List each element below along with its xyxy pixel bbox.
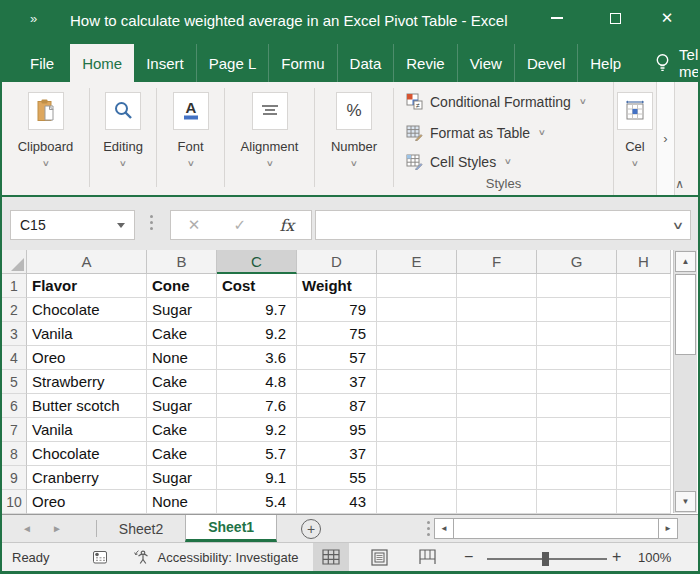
- cell-h2[interactable]: [617, 298, 671, 322]
- cell-f8[interactable]: [457, 442, 537, 466]
- zoom-in-button[interactable]: +: [612, 548, 621, 566]
- menu-tab-formu[interactable]: Formu: [268, 44, 336, 82]
- cell-g9[interactable]: [537, 466, 617, 490]
- cell-e5[interactable]: [377, 370, 457, 394]
- cell-a5[interactable]: Strawberry: [27, 370, 147, 394]
- cell-a1[interactable]: Flavor: [27, 274, 147, 298]
- cell-g10[interactable]: [537, 490, 617, 514]
- maximize-button[interactable]: [592, 0, 638, 36]
- cell-f5[interactable]: [457, 370, 537, 394]
- zoom-level-label[interactable]: 100%: [638, 550, 671, 565]
- column-header-a[interactable]: A: [27, 250, 147, 274]
- cell-c2[interactable]: 9.7: [217, 298, 297, 322]
- row-header-5[interactable]: 5: [2, 370, 27, 394]
- cell-e3[interactable]: [377, 322, 457, 346]
- cell-d2[interactable]: 79: [297, 298, 377, 322]
- cell-c1[interactable]: Cost: [217, 274, 297, 298]
- cell-f4[interactable]: [457, 346, 537, 370]
- row-header-6[interactable]: 6: [2, 394, 27, 418]
- vertical-scrollbar[interactable]: ▲ ▼: [673, 250, 697, 513]
- tab-bar-splitter-handle[interactable]: [427, 515, 430, 542]
- cell-g7[interactable]: [537, 418, 617, 442]
- column-header-g[interactable]: G: [537, 250, 617, 274]
- cell-b9[interactable]: Sugar: [147, 466, 217, 490]
- column-header-f[interactable]: F: [457, 250, 537, 274]
- scroll-up-button[interactable]: ▲: [675, 251, 696, 272]
- sheet-tab-sheet1[interactable]: Sheet1: [185, 515, 277, 542]
- enter-check-icon[interactable]: ✓: [234, 216, 247, 234]
- cell-h9[interactable]: [617, 466, 671, 490]
- page-break-preview-button[interactable]: [409, 543, 445, 571]
- alignment-group-button[interactable]: Alignment ∨: [225, 88, 315, 187]
- cell-b2[interactable]: Sugar: [147, 298, 217, 322]
- accessibility-status-button[interactable]: Accessibility: Investigate: [134, 549, 299, 566]
- menu-tab-insert[interactable]: Insert: [134, 44, 196, 82]
- column-header-e[interactable]: E: [377, 250, 457, 274]
- close-button[interactable]: ✕: [644, 0, 690, 36]
- cell-e2[interactable]: [377, 298, 457, 322]
- macro-record-button[interactable]: [92, 549, 108, 565]
- cell-g8[interactable]: [537, 442, 617, 466]
- cell-e7[interactable]: [377, 418, 457, 442]
- cell-g3[interactable]: [537, 322, 617, 346]
- format-as-table-button[interactable]: Format as Table ∨: [406, 124, 545, 141]
- minimize-button[interactable]: [534, 0, 580, 36]
- conditional-formatting-button[interactable]: ≠ Conditional Formatting ∨: [406, 93, 586, 110]
- scroll-down-button[interactable]: ▼: [675, 491, 696, 512]
- sheet-tab-sheet2[interactable]: Sheet2: [97, 515, 185, 542]
- cell-d1[interactable]: Weight: [297, 274, 377, 298]
- cell-c3[interactable]: 9.2: [217, 322, 297, 346]
- row-header-3[interactable]: 3: [2, 322, 27, 346]
- cell-b6[interactable]: Sugar: [147, 394, 217, 418]
- cell-c4[interactable]: 3.6: [217, 346, 297, 370]
- cell-d4[interactable]: 57: [297, 346, 377, 370]
- cell-g6[interactable]: [537, 394, 617, 418]
- cell-h4[interactable]: [617, 346, 671, 370]
- cell-h6[interactable]: [617, 394, 671, 418]
- cell-b7[interactable]: Cake: [147, 418, 217, 442]
- row-header-2[interactable]: 2: [2, 298, 27, 322]
- cell-a6[interactable]: Butter scotch: [27, 394, 147, 418]
- menu-tab-help[interactable]: Help: [577, 44, 633, 82]
- cell-a7[interactable]: Vanila: [27, 418, 147, 442]
- cell-h10[interactable]: [617, 490, 671, 514]
- quick-access-toolbar-icon[interactable]: »: [30, 11, 37, 26]
- cell-f10[interactable]: [457, 490, 537, 514]
- column-header-h[interactable]: H: [617, 250, 671, 274]
- menu-tab-file[interactable]: File: [14, 44, 70, 82]
- cell-b1[interactable]: Cone: [147, 274, 217, 298]
- number-group-button[interactable]: % Number ∨: [315, 88, 394, 187]
- cell-e10[interactable]: [377, 490, 457, 514]
- sheet-nav-right-button[interactable]: ►: [42, 515, 72, 542]
- clipboard-group-button[interactable]: Clipboard ∨: [2, 88, 90, 187]
- menu-tab-data[interactable]: Data: [337, 44, 394, 82]
- cell-a10[interactable]: Oreo: [27, 490, 147, 514]
- cell-h5[interactable]: [617, 370, 671, 394]
- row-header-4[interactable]: 4: [2, 346, 27, 370]
- cell-a3[interactable]: Vanila: [27, 322, 147, 346]
- menu-tab-page-l[interactable]: Page L: [196, 44, 269, 82]
- cells-group-button[interactable]: Cel ∨: [614, 88, 656, 187]
- cell-styles-button[interactable]: Cell Styles ∨: [406, 153, 511, 170]
- vertical-scrollbar-thumb[interactable]: [675, 274, 696, 355]
- cell-c5[interactable]: 4.8: [217, 370, 297, 394]
- sheet-nav-left-button[interactable]: ◄: [12, 515, 42, 542]
- cancel-icon[interactable]: ✕: [188, 216, 201, 234]
- cell-f7[interactable]: [457, 418, 537, 442]
- cell-e8[interactable]: [377, 442, 457, 466]
- cell-d9[interactable]: 55: [297, 466, 377, 490]
- collapse-ribbon-button[interactable]: ∧: [669, 175, 690, 193]
- cell-b4[interactable]: None: [147, 346, 217, 370]
- menu-tab-revie[interactable]: Revie: [393, 44, 456, 82]
- normal-view-button[interactable]: [313, 543, 349, 571]
- cell-c9[interactable]: 9.1: [217, 466, 297, 490]
- cell-g4[interactable]: [537, 346, 617, 370]
- cell-f1[interactable]: [457, 274, 537, 298]
- column-header-b[interactable]: B: [147, 250, 217, 274]
- cell-b3[interactable]: Cake: [147, 322, 217, 346]
- cell-f6[interactable]: [457, 394, 537, 418]
- cell-b10[interactable]: None: [147, 490, 217, 514]
- zoom-slider-handle[interactable]: [542, 552, 549, 566]
- cell-f3[interactable]: [457, 322, 537, 346]
- cell-a9[interactable]: Cranberry: [27, 466, 147, 490]
